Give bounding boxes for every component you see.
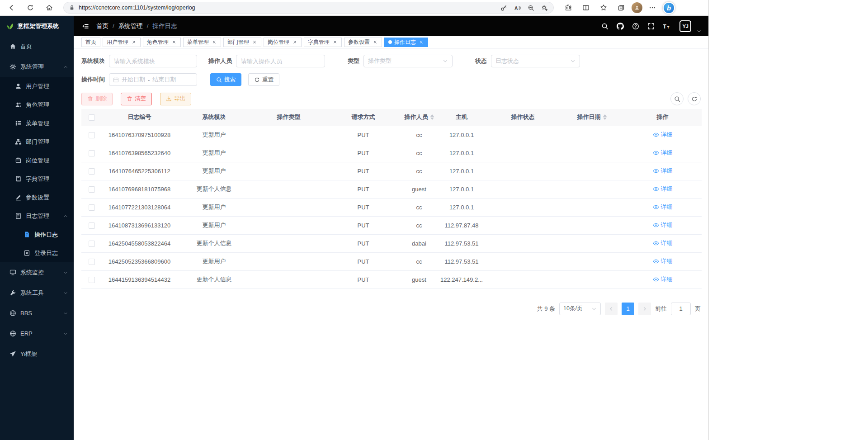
row-checkbox[interactable] xyxy=(89,277,95,283)
header-search-button[interactable] xyxy=(599,20,611,32)
browser-collections-button[interactable] xyxy=(613,1,629,14)
detail-link[interactable]: 详细 xyxy=(653,275,673,284)
browser-refresh-button[interactable] xyxy=(23,1,38,14)
sidebar-item-dept-mgmt[interactable]: 部门管理 xyxy=(0,132,74,151)
browser-back-button[interactable] xyxy=(4,1,19,14)
detail-link[interactable]: 详细 xyxy=(653,203,673,211)
bing-button[interactable]: b xyxy=(663,2,675,14)
sidebar-item-monitor[interactable]: 系统监控 xyxy=(0,262,74,283)
app-logo[interactable]: 意框架管理系统 xyxy=(0,16,74,36)
close-icon[interactable] xyxy=(332,39,338,45)
close-icon[interactable] xyxy=(211,39,217,45)
date-range-picker[interactable]: 开始日期 - 结束日期 xyxy=(109,73,197,86)
browser-home-button[interactable] xyxy=(42,1,57,14)
sidebar-toggle-button[interactable] xyxy=(80,21,91,32)
browser-split-screen-button[interactable] xyxy=(578,1,594,14)
reset-button[interactable]: 重置 xyxy=(248,73,279,86)
browser-star-button[interactable] xyxy=(595,1,612,14)
tab-dept-mgmt[interactable]: 部门管理 xyxy=(223,38,261,47)
sidebar-item-tools[interactable]: 系统工具 xyxy=(0,283,74,303)
refresh-list-button[interactable] xyxy=(688,92,701,105)
page-1-button[interactable]: 1 xyxy=(622,303,634,315)
row-checkbox[interactable] xyxy=(89,168,95,175)
page-size-select[interactable]: 10条/页 xyxy=(559,303,601,315)
tab-param-settings[interactable]: 参数设置 xyxy=(344,38,382,47)
sort-carets-icon[interactable] xyxy=(603,114,607,120)
header-question-button[interactable] xyxy=(630,20,642,32)
sidebar-item-role-mgmt[interactable]: 角色管理 xyxy=(0,95,74,114)
toggle-search-button[interactable] xyxy=(670,92,684,105)
sidebar-item-log-mgmt[interactable]: 日志管理 xyxy=(0,207,74,225)
row-checkbox[interactable] xyxy=(89,204,95,211)
tab-oper-log[interactable]: 操作日志 xyxy=(384,38,428,47)
detail-link[interactable]: 详细 xyxy=(653,221,673,229)
breadcrumb-item[interactable]: 系统管理 xyxy=(118,22,143,30)
browser-extensions-button[interactable] xyxy=(560,1,576,14)
sidebar-item-yi-framework[interactable]: Yi框架 xyxy=(0,344,74,364)
sidebar-item-user-mgmt[interactable]: 用户管理 xyxy=(0,77,74,95)
tab-home[interactable]: 首页 xyxy=(81,38,100,47)
sidebar-item-erp[interactable]: ERP xyxy=(0,323,74,344)
sort-carets-icon[interactable] xyxy=(430,114,434,120)
select-all-checkbox[interactable] xyxy=(89,114,95,121)
tab-dict-mgmt[interactable]: 字典管理 xyxy=(304,38,342,47)
sidebar-item-bbs[interactable]: BBS xyxy=(0,303,74,323)
close-icon[interactable] xyxy=(372,39,378,45)
sidebar-item-oper-log[interactable]: 操作日志 xyxy=(0,225,74,244)
sidebar-item-post-mgmt[interactable]: 岗位管理 xyxy=(0,151,74,170)
urlbar-key-button[interactable] xyxy=(497,2,510,13)
profile-avatar[interactable] xyxy=(632,2,642,13)
breadcrumb-item[interactable]: 首页 xyxy=(96,22,108,30)
user-menu-caret-icon[interactable] xyxy=(697,29,701,33)
header-github-button[interactable] xyxy=(614,20,626,32)
row-checkbox[interactable] xyxy=(89,241,95,247)
settings-menu-button[interactable] xyxy=(645,1,660,14)
row-checkbox[interactable] xyxy=(89,222,95,229)
row-checkbox[interactable] xyxy=(89,132,95,138)
prev-page-button[interactable] xyxy=(605,303,618,315)
goto-page-input[interactable] xyxy=(671,303,691,315)
close-icon[interactable] xyxy=(251,39,257,45)
status-select[interactable]: 日志状态 xyxy=(491,55,580,67)
close-icon[interactable] xyxy=(171,39,177,45)
detail-link[interactable]: 详细 xyxy=(653,131,673,139)
detail-link[interactable]: 详细 xyxy=(653,185,673,193)
module-filter-input[interactable] xyxy=(109,55,197,67)
tab-post-mgmt[interactable]: 岗位管理 xyxy=(264,38,302,47)
sidebar-item-dict-mgmt[interactable]: 字典管理 xyxy=(0,170,74,188)
detail-link[interactable]: 详细 xyxy=(653,239,673,247)
close-icon[interactable] xyxy=(418,39,424,45)
column-header-date[interactable]: 操作日期 xyxy=(560,109,623,126)
close-icon[interactable] xyxy=(292,39,297,45)
urlbar-zoom-out-button[interactable] xyxy=(524,2,537,13)
row-checkbox[interactable] xyxy=(89,186,95,193)
close-icon[interactable] xyxy=(131,39,137,45)
column-header-operator[interactable]: 操作人员 xyxy=(401,109,438,126)
clear-button[interactable]: 清空 xyxy=(121,93,152,105)
site-logo[interactable]: YJ xyxy=(679,20,691,32)
header-fullscreen-button[interactable] xyxy=(645,20,657,32)
sidebar-item-menu-mgmt[interactable]: 菜单管理 xyxy=(0,114,74,132)
type-select[interactable]: 操作类型 xyxy=(363,55,453,67)
urlbar-star-plus-button[interactable] xyxy=(538,2,551,13)
export-button[interactable]: 导出 xyxy=(160,93,191,105)
sidebar-item-login-log[interactable]: 登录日志 xyxy=(0,244,74,262)
tab-role-mgmt[interactable]: 角色管理 xyxy=(143,38,181,47)
sidebar-item-param-settings[interactable]: 参数设置 xyxy=(0,188,74,207)
tab-user-mgmt[interactable]: 用户管理 xyxy=(103,38,141,47)
search-button[interactable]: 搜索 xyxy=(210,73,241,86)
row-checkbox[interactable] xyxy=(89,150,95,156)
detail-link[interactable]: 详细 xyxy=(653,149,673,157)
header-font-size-button[interactable]: TT xyxy=(660,20,672,32)
detail-link[interactable]: 详细 xyxy=(653,257,673,265)
next-page-button[interactable] xyxy=(638,303,651,315)
urlbar-read-aloud-button[interactable]: A xyxy=(511,2,524,13)
sidebar-item-home[interactable]: 首页 xyxy=(0,36,74,57)
tab-menu-mgmt[interactable]: 菜单管理 xyxy=(183,38,221,47)
address-bar[interactable]: https://ccnetcore.com:1101/system/log/op… xyxy=(63,2,554,14)
sidebar-item-system-mgmt[interactable]: 系统管理 xyxy=(0,57,74,77)
oper-filter-input[interactable] xyxy=(236,55,325,67)
row-checkbox[interactable] xyxy=(89,259,95,265)
detail-link[interactable]: 详细 xyxy=(653,167,673,175)
delete-button[interactable]: 删除 xyxy=(81,93,113,105)
